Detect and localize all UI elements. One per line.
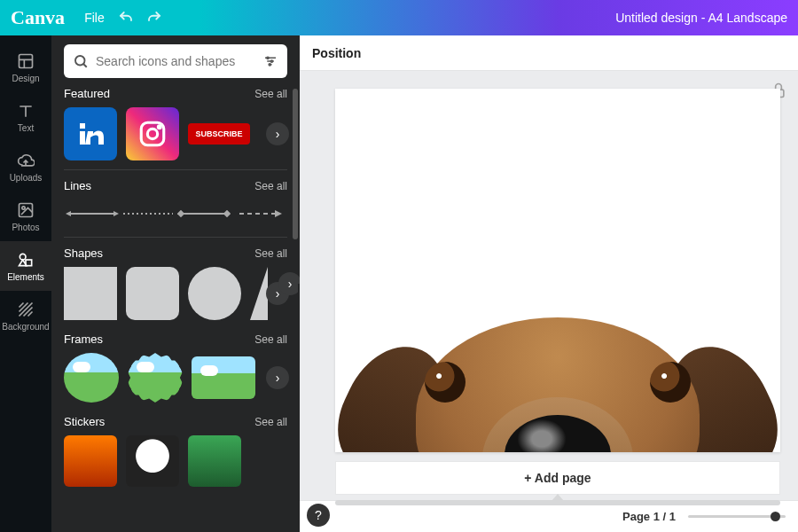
stickers-next-button[interactable]: ›	[278, 272, 300, 295]
frame-badge[interactable]	[128, 353, 183, 403]
brand-logo: Canva	[11, 6, 65, 29]
section-frames-header: Frames See all	[64, 332, 287, 346]
frame-circle[interactable]	[64, 353, 119, 403]
featured-subscribe-button[interactable]: SUBSCRIBE	[188, 123, 250, 145]
file-menu[interactable]: File	[77, 7, 112, 28]
svg-marker-20	[275, 210, 282, 217]
rail-label: Background	[2, 322, 49, 332]
section-title: Stickers	[64, 415, 105, 428]
text-icon	[17, 102, 35, 120]
horizontal-scrollbar[interactable]	[335, 500, 780, 505]
line-dotted[interactable]	[120, 205, 176, 223]
svg-point-11	[158, 126, 160, 129]
section-title: Lines	[64, 179, 91, 192]
svg-point-5	[75, 56, 85, 66]
filter-icon[interactable]	[262, 53, 278, 69]
line-solid-arrow[interactable]	[64, 205, 120, 223]
document-title[interactable]: Untitled design - A4 Landscape	[615, 11, 787, 25]
canvas-area: Position + Add page Page 1 / 1	[300, 35, 798, 532]
see-all-featured[interactable]: See all	[254, 88, 287, 100]
see-all-frames[interactable]: See all	[254, 333, 287, 346]
featured-instagram-icon[interactable]	[126, 107, 179, 160]
see-all-shapes[interactable]: See all	[254, 247, 287, 260]
rail-label: Text	[18, 123, 34, 133]
section-lines-header: Lines See all	[64, 179, 287, 192]
rail-label: Design	[12, 74, 39, 83]
zoom-slider[interactable]	[688, 515, 786, 518]
help-button[interactable]: ?	[307, 504, 330, 527]
see-all-lines[interactable]: See all	[254, 180, 287, 192]
svg-marker-14	[113, 211, 119, 216]
featured-linkedin-icon[interactable]	[64, 107, 117, 160]
hatch-icon	[17, 301, 35, 318]
shape-triangle[interactable]	[250, 267, 268, 320]
context-toolbar: Position	[300, 35, 798, 71]
search-input[interactable]	[96, 54, 262, 68]
rail-background[interactable]: Background	[0, 291, 51, 340]
rail-photos[interactable]: Photos	[0, 192, 51, 241]
svg-rect-17	[177, 210, 184, 217]
frames-next-button[interactable]: ›	[266, 366, 289, 389]
redo-button[interactable]	[142, 5, 167, 30]
layout-icon	[17, 52, 35, 70]
section-shapes-header: Shapes See all	[64, 246, 287, 260]
rail-label: Photos	[12, 223, 39, 232]
rail-label: Uploads	[10, 173, 43, 183]
shape-circle[interactable]	[188, 267, 241, 320]
top-bar: Canva File Untitled design - A4 Landscap…	[0, 0, 798, 35]
cloud-upload-icon	[17, 152, 35, 169]
panel-scrollbar-thumb[interactable]	[293, 89, 298, 239]
svg-rect-18	[223, 210, 230, 217]
featured-next-button[interactable]: ›	[266, 122, 289, 145]
canvas-image-dog[interactable]	[363, 300, 753, 452]
svg-point-10	[147, 129, 157, 138]
design-stage[interactable]: + Add page	[300, 71, 798, 500]
position-button[interactable]: Position	[312, 46, 361, 60]
section-title: Shapes	[64, 246, 103, 260]
page-1[interactable]	[335, 89, 780, 452]
search-icon	[73, 53, 89, 69]
line-diamond-ends[interactable]	[176, 205, 231, 223]
tool-rail: Design Text Uploads Photos Elements Back…	[0, 35, 51, 532]
image-icon	[17, 201, 35, 219]
add-page-button[interactable]: + Add page	[335, 461, 780, 495]
svg-marker-13	[66, 211, 71, 216]
rail-uploads[interactable]: Uploads	[0, 142, 51, 192]
rail-design[interactable]: Design	[0, 43, 51, 92]
subscribe-label: SUBSCRIBE	[195, 129, 242, 138]
sticker-ghost[interactable]	[126, 435, 179, 487]
svg-point-2	[22, 206, 25, 208]
elements-panel: Featured See all SUBSCRIBE › Lines See a…	[51, 35, 300, 532]
frame-rect[interactable]	[192, 356, 255, 399]
section-title: Frames	[64, 332, 103, 346]
svg-rect-0	[20, 54, 33, 67]
rail-elements[interactable]: Elements	[0, 241, 51, 291]
shape-square[interactable]	[64, 267, 117, 320]
shape-rounded-square[interactable]	[126, 267, 179, 320]
section-featured-header: Featured See all	[64, 87, 287, 100]
rail-label: Elements	[7, 272, 44, 282]
rail-text[interactable]: Text	[0, 92, 51, 142]
see-all-stickers[interactable]: See all	[254, 416, 287, 428]
line-dashed-arrow[interactable]	[231, 205, 287, 223]
sticker-zombie[interactable]	[188, 435, 241, 487]
section-title: Featured	[64, 87, 110, 100]
page-indicator[interactable]: Page 1 / 1	[622, 510, 676, 523]
undo-button[interactable]	[113, 5, 138, 30]
section-stickers-header: Stickers See all	[64, 415, 287, 428]
shapes-icon	[17, 251, 35, 269]
sticker-halloween[interactable]	[64, 435, 117, 487]
search-bar[interactable]	[64, 44, 287, 78]
